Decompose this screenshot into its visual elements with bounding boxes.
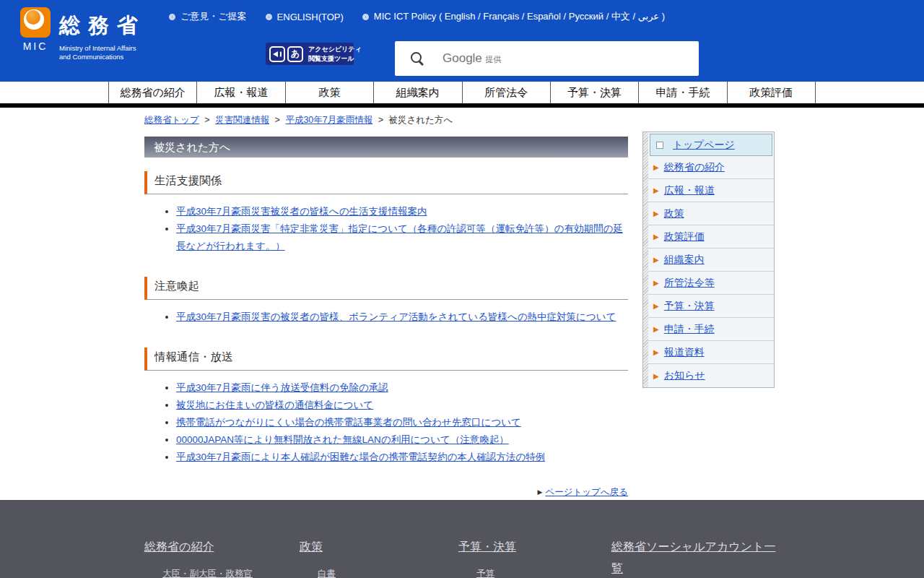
list-item: 携帯電話がつながりにくい場合の携帯電話事業者の問い合わせ先窓口について (176, 414, 628, 431)
sidebar-item[interactable]: ▶申請・手続 (648, 318, 774, 341)
chevron-right-icon: ▶ (653, 186, 659, 194)
chevron-right-icon: ▶ (653, 163, 659, 171)
list-item: 平成30年7月豪雨災害「特定非常災害」指定について（各種の許認可等（運転免許等）… (176, 220, 628, 255)
sidebar-item[interactable]: ▶広報・報道 (648, 179, 774, 202)
footer-sublinks: 大臣・副大臣・政務官 (144, 566, 300, 578)
search-provider-name: Google (443, 51, 482, 65)
breadcrumb-separator: > (272, 115, 282, 125)
content-link[interactable]: 被災地にお住まいの皆様の通信料金について (176, 400, 373, 410)
main-nav: 総務省の紹介広報・報道政策組織案内所管法令予算・決算申請・手続政策評価 (108, 82, 816, 103)
sidebar-link[interactable]: 政策 (664, 207, 684, 220)
content-link[interactable]: 00000JAPAN等により無料開放された無線LANの利用について（注意喚起） (176, 434, 509, 445)
sidebar-link[interactable]: 政策評価 (664, 230, 705, 243)
sidebar-list: ▶総務省の紹介▶広報・報道▶政策▶政策評価▶組織案内▶所管法令等▶予算・決算▶申… (643, 156, 774, 387)
accessibility-label-line2: 閲覧支援ツール (308, 55, 354, 62)
mic-logo-mark-block: MIC (20, 7, 51, 62)
chevron-right-icon: ▶ (653, 348, 659, 356)
sidebar-item[interactable]: ▶政策評価 (648, 225, 774, 249)
logo-subtitle-line1: Ministry of Internal Affairs (59, 44, 136, 52)
nav-item[interactable]: 予算・決算 (550, 82, 638, 103)
footer-sublinks: 白書 (300, 566, 458, 578)
footer-heading-link[interactable]: 総務省ソーシャルアカウント一覧 (611, 540, 775, 574)
chevron-right-icon: ▶ (653, 210, 659, 217)
content-link[interactable]: 平成30年7月豪雨に伴う放送受信料の免除の承認 (176, 382, 388, 393)
link-list: 平成30年7月豪雨災害の被災者の皆様、ボランティア活動をされている皆様への熱中症… (144, 309, 628, 326)
header-link-label: ご意見・ご提案 (180, 10, 247, 23)
nav-item[interactable]: 組織案内 (373, 82, 461, 103)
header-link[interactable]: ENGLISH(TOP) (266, 12, 344, 22)
footer: 総務省の紹介大臣・副大臣・政務官政策白書予算・決算予算総務省ソーシャルアカウント… (0, 500, 924, 578)
page-top-link[interactable]: ページトップへ戻る (545, 487, 628, 497)
chevron-right-icon: ▶ (653, 302, 659, 310)
sidebar-item[interactable]: ▶予算・決算 (648, 295, 774, 318)
header-link-label: ENGLISH(TOP) (277, 12, 344, 22)
footer-column: 総務省の紹介大臣・副大臣・政務官 (144, 536, 300, 578)
footer-link[interactable]: 白書 (318, 569, 336, 578)
content-link[interactable]: 携帯電話がつながりにくい場合の携帯電話事業者の問い合わせ先窓口について (176, 417, 521, 428)
link-list: 平成30年7月豪雨災害被災者の皆様への生活支援情報案内平成30年7月豪雨災害「特… (144, 203, 628, 255)
page-top: ▶ページトップへ戻る (144, 485, 628, 499)
content-link[interactable]: 平成30年7月豪雨災害「特定非常災害」指定について（各種の許認可等（運転免許等）… (176, 223, 623, 251)
accessibility-tool-badge[interactable]: あ アクセシビリティ 閲覧支援ツール (266, 43, 354, 65)
sidebar-top-link[interactable]: トップページ (673, 139, 735, 152)
breadcrumb-link[interactable]: 平成30年7月豪雨情報 (285, 115, 372, 125)
speaker-icon (269, 46, 285, 62)
nav-item[interactable]: 申請・手続 (638, 82, 726, 103)
footer-link[interactable]: 大臣・副大臣・政務官 (162, 569, 253, 578)
footer-link[interactable]: 予算 (476, 569, 494, 578)
list-item: 平成30年7月豪雨災害の被災者の皆様、ボランティア活動をされている皆様への熱中症… (176, 309, 628, 326)
accessibility-label: アクセシビリティ 閲覧支援ツール (308, 45, 362, 62)
nav-item[interactable]: 所管法令 (462, 82, 550, 103)
sidebar-item[interactable]: ▶政策 (648, 202, 774, 225)
footer-heading-link[interactable]: 予算・決算 (458, 540, 516, 553)
breadcrumb-link[interactable]: 災害関連情報 (215, 115, 269, 125)
footer-heading-link[interactable]: 総務省の紹介 (144, 540, 214, 553)
content-section: 生活支援関係平成30年7月豪雨災害被災者の皆様への生活支援情報案内平成30年7月… (144, 171, 628, 255)
chevron-right-icon: ▶ (653, 279, 659, 287)
sidebar-link[interactable]: 予算・決算 (664, 300, 715, 313)
sidebar-item-top-page[interactable]: トップページ (650, 134, 772, 156)
mic-logo[interactable]: MIC 総務省 Ministry of Internal Affairs and… (20, 7, 146, 62)
hiragana-a-icon: あ (287, 46, 303, 62)
content-link[interactable]: 平成30年7月豪雨災害被災者の皆様への生活支援情報案内 (176, 206, 427, 217)
speaker-cone (273, 51, 278, 57)
sidebar-item[interactable]: ▶報道資料 (648, 341, 774, 364)
chevron-right-icon: ▶ (653, 325, 659, 333)
sidebar-link[interactable]: お知らせ (664, 369, 705, 382)
sidebar-link[interactable]: 報道資料 (664, 346, 705, 359)
nav-item[interactable]: 広報・報道 (196, 82, 284, 103)
footer-column: 総務省ソーシャルアカウント一覧 (611, 536, 776, 578)
list-item: 平成30年7月豪雨に伴う放送受信料の免除の承認 (176, 379, 628, 397)
breadcrumb-link[interactable]: 総務省トップ (144, 115, 199, 125)
sidebar-link[interactable]: 所管法令等 (664, 277, 715, 290)
section-heading: 注意喚起 (144, 277, 628, 300)
sidebar-link[interactable]: 組織案内 (664, 254, 705, 267)
footer-column: 政策白書 (300, 536, 458, 578)
header-link[interactable]: ご意見・ご提案 (169, 10, 247, 23)
breadcrumb-separator: > (202, 115, 212, 125)
content-link[interactable]: 平成30年7月豪雨により本人確認が困難な場合の携帯電話契約の本人確認方法の特例 (176, 452, 545, 462)
search-provider-suffix: 提供 (485, 55, 501, 64)
breadcrumb-current: 被災された方へ (389, 115, 453, 125)
sidebar-item[interactable]: ▶所管法令等 (648, 272, 774, 295)
sidebar-link[interactable]: 申請・手続 (664, 323, 715, 336)
content-section: 情報通信・放送平成30年7月豪雨に伴う放送受信料の免除の承認被災地にお住まいの皆… (144, 348, 628, 466)
nav-item[interactable]: 政策評価 (727, 82, 816, 103)
header-link[interactable]: MIC ICT Policy ( English / Français / Es… (362, 10, 665, 23)
main-area: 総務省トップ > 災害関連情報 > 平成30年7月豪雨情報 > 被災された方へ … (0, 108, 924, 500)
sidebar-item[interactable]: ▶お知らせ (648, 364, 774, 387)
footer-column: 予算・決算予算 (458, 536, 611, 578)
sidebar-link[interactable]: 広報・報道 (664, 184, 715, 197)
speaker-wave (278, 51, 282, 58)
accessibility-label-line1: アクセシビリティ (308, 46, 362, 53)
sidebar-item[interactable]: ▶総務省の紹介 (648, 156, 774, 179)
sidebar-link[interactable]: 総務省の紹介 (664, 161, 725, 174)
footer-heading-link[interactable]: 政策 (300, 540, 323, 553)
logo-subtitle-line2: and Communications (59, 53, 123, 61)
search-input[interactable]: Google 提供 (395, 41, 699, 76)
content-link[interactable]: 平成30年7月豪雨災害の被災者の皆様、ボランティア活動をされている皆様への熱中症… (176, 311, 616, 322)
nav-item[interactable]: 総務省の紹介 (108, 82, 196, 103)
mic-logo-icon (20, 7, 51, 38)
nav-item[interactable]: 政策 (285, 82, 373, 103)
sidebar-item[interactable]: ▶組織案内 (648, 249, 774, 272)
